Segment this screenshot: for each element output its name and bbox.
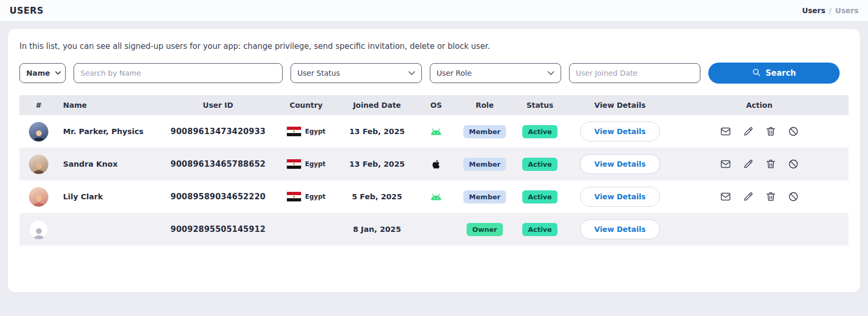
country-label: Egypt	[305, 160, 326, 168]
user-id: 90089613465788652	[166, 159, 271, 169]
user-name: Mr. Parker, Physics	[58, 127, 166, 136]
avatar	[29, 155, 48, 174]
search-field-select[interactable]: Name	[19, 63, 66, 83]
country-label: Egypt	[305, 128, 326, 135]
view-details-cell: View Details	[570, 219, 670, 239]
status-badge: Active	[522, 190, 558, 203]
role-cell: Member	[460, 190, 510, 203]
email-icon[interactable]	[720, 158, 731, 170]
person-icon	[31, 160, 47, 174]
block-icon[interactable]	[788, 126, 799, 137]
avatar	[29, 122, 48, 141]
action-cell	[670, 223, 849, 235]
edit-icon[interactable]	[742, 158, 754, 170]
avatar-cell	[19, 155, 58, 174]
table-row: Sandra Knox 90089613465788652 Egypt 13 F…	[19, 148, 849, 180]
delete-icon[interactable]	[765, 126, 777, 137]
action-cell	[670, 191, 849, 202]
role-cell: Member	[460, 158, 510, 171]
breadcrumb-current: Users	[835, 6, 859, 15]
user-status-select[interactable]: User Status	[291, 63, 422, 83]
search-button[interactable]: Search	[708, 63, 840, 84]
country-cell: Egypt	[271, 159, 342, 169]
search-input[interactable]	[74, 63, 283, 83]
table-header-row: # Name User ID Country Joined Date OS Ro…	[19, 95, 849, 115]
country-cell	[271, 225, 342, 234]
header-role: Role	[460, 101, 510, 109]
header-index: #	[19, 101, 58, 109]
breadcrumb-users-link[interactable]: Users	[802, 6, 825, 15]
apple-icon	[431, 159, 441, 170]
users-table: # Name User ID Country Joined Date OS Ro…	[19, 95, 849, 246]
joined-date-input[interactable]	[569, 63, 700, 83]
user-name: Lily Clark	[58, 192, 166, 201]
role-badge: Member	[463, 158, 507, 171]
view-details-button[interactable]: View Details	[580, 219, 660, 239]
os-cell	[412, 159, 460, 170]
joined-date: 13 Feb, 2025	[342, 160, 412, 168]
view-details-button[interactable]: View Details	[580, 154, 660, 174]
user-role-select[interactable]: User Role	[430, 63, 561, 83]
email-icon[interactable]	[720, 191, 731, 202]
search-button-label: Search	[766, 68, 796, 78]
country-cell: Egypt	[271, 127, 342, 136]
header-joined-date: Joined Date	[342, 101, 412, 109]
breadcrumb-separator: /	[829, 6, 832, 15]
header-user-id: User ID	[166, 101, 271, 109]
egypt-flag-icon	[287, 127, 301, 136]
avatar-cell	[19, 187, 58, 207]
delete-icon[interactable]	[765, 158, 777, 170]
status-cell: Active	[510, 158, 570, 171]
table-row: Lily Clark 90089589034652220 Egypt 5 Feb…	[19, 180, 849, 213]
view-details-cell: View Details	[570, 154, 670, 174]
country-label: Egypt	[305, 193, 326, 200]
person-icon	[31, 128, 47, 141]
page-title: USERS	[9, 5, 44, 16]
joined-date: 13 Feb, 2025	[342, 127, 412, 136]
android-icon	[430, 193, 442, 201]
person-icon	[31, 193, 47, 207]
topbar: USERS Users / Users	[0, 0, 868, 21]
view-details-button[interactable]: View Details	[580, 187, 660, 207]
table-row: Mr. Parker, Physics 90089613473420933 Eg…	[19, 115, 849, 148]
user-status-select-value: User Status	[297, 69, 340, 77]
chevron-down-icon	[408, 71, 415, 76]
header-name: Name	[58, 101, 166, 109]
status-cell: Active	[510, 223, 570, 236]
role-badge: Member	[463, 190, 507, 203]
avatar-cell	[19, 220, 58, 239]
view-details-button[interactable]: View Details	[580, 121, 660, 141]
email-icon[interactable]	[720, 126, 731, 137]
action-cell	[670, 158, 849, 170]
table-body: Mr. Parker, Physics 90089613473420933 Eg…	[19, 115, 849, 246]
status-badge: Active	[522, 223, 558, 236]
user-role-select-value: User Role	[437, 69, 472, 77]
joined-date: 5 Feb, 2025	[342, 192, 412, 201]
block-icon[interactable]	[788, 191, 799, 202]
avatar	[29, 187, 48, 207]
header-view-details: View Details	[570, 101, 670, 109]
status-cell: Active	[510, 190, 570, 203]
status-badge: Active	[522, 158, 558, 171]
egypt-flag-icon	[287, 192, 301, 201]
delete-icon[interactable]	[765, 191, 777, 202]
status-cell: Active	[510, 125, 570, 138]
search-field-select-value: Name	[26, 69, 50, 77]
country-cell: Egypt	[271, 192, 342, 201]
user-id: 90092895505145912	[166, 225, 271, 234]
card-description: In this list, you can see all signed-up …	[19, 42, 849, 51]
header-os: OS	[412, 101, 460, 109]
edit-icon[interactable]	[742, 126, 754, 137]
filter-bar: Name User Status User Role Search	[19, 63, 849, 84]
block-icon[interactable]	[788, 158, 799, 170]
users-card: In this list, you can see all signed-up …	[8, 29, 860, 292]
header-action: Action	[670, 101, 849, 109]
joined-date: 8 Jan, 2025	[342, 225, 412, 233]
view-details-cell: View Details	[570, 187, 670, 207]
user-id: 90089613473420933	[166, 127, 271, 136]
avatar	[29, 220, 48, 239]
role-cell: Owner	[460, 223, 510, 236]
edit-icon[interactable]	[742, 191, 754, 202]
table-row: 90092895505145912 8 Jan, 2025	[19, 213, 849, 246]
os-cell	[412, 128, 460, 136]
